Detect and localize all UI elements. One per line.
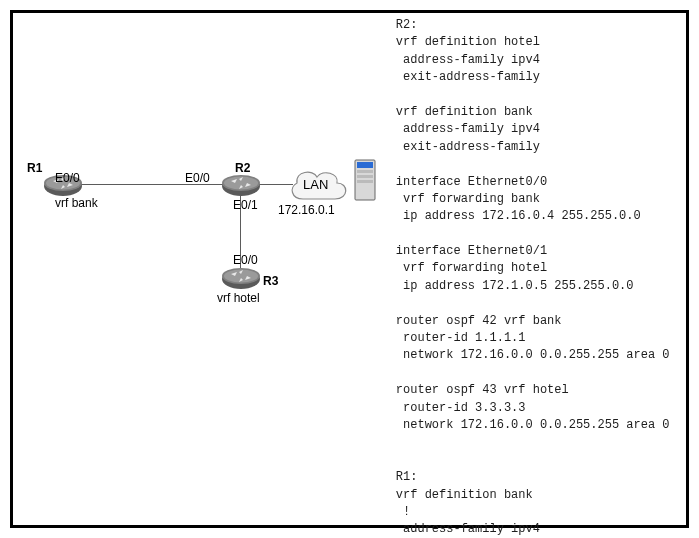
svg-rect-10 bbox=[357, 180, 373, 183]
r2-vrf-bank: vrf definition bank address-family ipv4 … bbox=[396, 105, 540, 154]
r1-vrf: vrf bank bbox=[55, 196, 98, 210]
r1-header: R1: bbox=[396, 470, 418, 484]
r1-vrf-bank: vrf definition bank ! address-family ipv… bbox=[396, 488, 540, 538]
r2-iface-left: E0/0 bbox=[185, 171, 210, 185]
r2-header: R2: bbox=[396, 18, 418, 32]
frame: R1 E0/0 vrf bank E0/0 R2 E0/1 LAN bbox=[10, 10, 689, 528]
r2-label: R2 bbox=[235, 161, 250, 175]
lan-label: LAN bbox=[303, 177, 328, 192]
r3-vrf: vrf hotel bbox=[217, 291, 260, 305]
router-icon-r3 bbox=[221, 268, 261, 290]
r2-int-e00: interface Ethernet0/0 vrf forwarding ban… bbox=[396, 175, 641, 224]
svg-rect-9 bbox=[357, 175, 373, 178]
config-text: R2: vrf definition hotel address-family … bbox=[392, 13, 686, 525]
r2-int-e01: interface Ethernet0/1 vrf forwarding hot… bbox=[396, 244, 634, 293]
r1-label: R1 bbox=[27, 161, 42, 175]
r2-vrf-hotel: vrf definition hotel address-family ipv4… bbox=[396, 35, 540, 84]
svg-rect-7 bbox=[357, 162, 373, 168]
r3-label: R3 bbox=[263, 274, 278, 288]
r2-ospf43: router ospf 43 vrf hotel router-id 3.3.3… bbox=[396, 383, 670, 432]
r2-iface-down: E0/1 bbox=[233, 198, 258, 212]
r1-iface: E0/0 bbox=[55, 171, 80, 185]
svg-rect-8 bbox=[357, 170, 373, 173]
r3-iface: E0/0 bbox=[233, 253, 258, 267]
server-icon bbox=[352, 158, 378, 202]
r2-ospf42: router ospf 42 vrf bank router-id 1.1.1.… bbox=[396, 314, 670, 363]
network-diagram: R1 E0/0 vrf bank E0/0 R2 E0/1 LAN bbox=[13, 13, 392, 525]
router-icon-r2 bbox=[221, 175, 261, 197]
server-ip: 172.16.0.1 bbox=[278, 203, 335, 217]
